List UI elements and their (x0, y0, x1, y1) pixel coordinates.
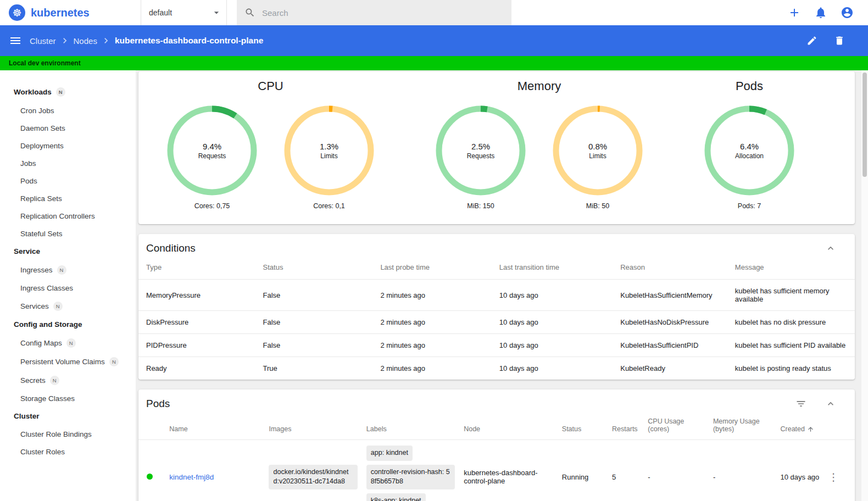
condition-status: True (255, 357, 373, 380)
trash-icon (834, 35, 845, 46)
pod-ready-icon (147, 474, 153, 480)
condition-status: False (255, 280, 373, 311)
condition-message: kubelet is posting ready status (727, 357, 855, 380)
sidebar-item-label: Pods (20, 177, 37, 185)
pods-column-created[interactable]: Created (776, 414, 824, 440)
new-badge: N (109, 357, 119, 366)
donut-value: 2.5% (471, 142, 490, 151)
sidebar-item-secrets[interactable]: SecretsN (0, 371, 136, 389)
content-area: WorkloadsNCron JobsDaemon SetsDeployment… (0, 70, 868, 501)
sidebar-item-ingress-classes[interactable]: Ingress Classes (0, 279, 136, 297)
collapse-conditions-button[interactable] (825, 243, 836, 254)
sidebar-item-cluster-role-bindings[interactable]: Cluster Role Bindings (0, 425, 136, 443)
collapse-pods-button[interactable] (825, 398, 836, 409)
sidebar-item-services[interactable]: ServicesN (0, 297, 136, 315)
pods-column-labels: Labels (362, 414, 459, 440)
pods-column-node: Node (459, 414, 558, 440)
search-bar[interactable] (237, 0, 511, 25)
breadcrumb-nodes[interactable]: Nodes (74, 36, 97, 46)
condition-transition: 10 days ago (492, 357, 613, 380)
pods-column-name: Name (165, 414, 264, 440)
sidebar-item-persistent-volume-claims[interactable]: Persistent Volume ClaimsN (0, 352, 136, 371)
sidebar-item-ingresses[interactable]: IngressesN (0, 260, 136, 279)
donut-chart-memory-limits: 0.8%LimitsMiB: 50 (552, 104, 644, 210)
chart-group-memory: Memory2.5%RequestsMiB: 1500.8%LimitsMiB:… (435, 75, 644, 210)
sidebar-item-stateful-sets[interactable]: Stateful Sets (0, 225, 136, 242)
sidebar-item-label: Ingresses (20, 266, 53, 274)
sidebar-item-replica-sets[interactable]: Replica Sets (0, 190, 136, 207)
sidebar-item-cron-jobs[interactable]: Cron Jobs (0, 102, 136, 119)
donut-center-label: 9.4%Requests (166, 104, 258, 197)
sidebar-item-label: Daemon Sets (20, 124, 65, 132)
filter-button[interactable] (795, 398, 806, 409)
condition-transition: 10 days ago (492, 280, 613, 311)
sidebar-item-deployments[interactable]: Deployments (0, 137, 136, 154)
sidebar-item-label: Replica Sets (20, 194, 62, 203)
sidebar-item-cluster-roles[interactable]: Cluster Roles (0, 443, 136, 460)
pod-image-chip: docker.io/kindest/kindnetd:v20230511-dc7… (269, 465, 357, 489)
donut-metric-label: Requests (467, 152, 495, 160)
condition-type: MemoryPressure (138, 280, 255, 311)
sidebar-section-label: Workloads (14, 88, 52, 96)
sidebar-section-service[interactable]: Service (0, 242, 136, 260)
pods-column-memory-usage-bytes: Memory Usage (bytes) (709, 414, 776, 440)
condition-reason: KubeletHasNoDiskPressure (613, 311, 727, 334)
pods-column-label: Images (269, 425, 291, 433)
pod-status: Running (558, 440, 608, 501)
environment-banner: Local dev environment (0, 56, 868, 70)
sidebar-item-label: Cluster Roles (20, 448, 65, 456)
scrollbar-thumb[interactable] (863, 73, 867, 177)
account-button[interactable] (841, 6, 854, 19)
delete-button[interactable] (834, 35, 845, 46)
menu-button[interactable] (9, 34, 22, 47)
pods-column-label: Memory Usage (bytes) (713, 417, 760, 433)
chart-group-cpu: CPU9.4%RequestsCores: 0,751.3%LimitsCore… (166, 75, 375, 210)
pod-actions-menu-button[interactable]: ⋮ (828, 472, 839, 482)
pod-name-link[interactable]: kindnet-fmj8d (169, 473, 214, 481)
conditions-title: Conditions (146, 242, 196, 254)
sidebar-item-label: Cron Jobs (20, 107, 54, 115)
donut-metric-label: Allocation (735, 152, 764, 160)
condition-row-ready: ReadyTrue2 minutes ago10 days agoKubelet… (138, 357, 855, 380)
conditions-column-last-transition-time: Last transition time (492, 259, 613, 280)
donut-chart-memory-requests: 2.5%RequestsMiB: 150 (435, 104, 527, 210)
search-input[interactable] (262, 8, 504, 18)
pods-card: Pods Na (138, 389, 855, 501)
vertical-scrollbar[interactable] (861, 70, 868, 501)
sidebar-item-storage-classes[interactable]: Storage Classes (0, 389, 136, 407)
conditions-column-last-probe-time: Last probe time (372, 259, 491, 280)
pod-created: 10 days ago (776, 440, 824, 501)
create-resource-button[interactable] (788, 6, 801, 19)
sidebar-item-pods[interactable]: Pods (0, 172, 136, 190)
filter-icon (795, 398, 806, 409)
pods-column-label: CPU Usage (cores) (648, 417, 684, 433)
donut-footer: Cores: 0,75 (166, 202, 258, 210)
sidebar-section-config-and-storage[interactable]: Config and Storage (0, 315, 136, 333)
sidebar-item-label: Replication Controllers (20, 212, 95, 220)
sidebar-item-replication-controllers[interactable]: Replication Controllers (0, 207, 136, 225)
breadcrumb-cluster[interactable]: Cluster (30, 36, 56, 46)
sidebar-item-config-maps[interactable]: Config MapsN (0, 333, 136, 352)
brand[interactable]: ☸ kubernetes (0, 0, 141, 25)
sidebar-section-cluster[interactable]: Cluster (0, 407, 136, 425)
top-actions (788, 0, 868, 25)
donut-footer: MiB: 150 (435, 202, 527, 210)
edit-button[interactable] (806, 35, 817, 46)
donut-value: 6.4% (740, 142, 759, 151)
sidebar-item-jobs[interactable]: Jobs (0, 154, 136, 172)
sidebar-item-daemon-sets[interactable]: Daemon Sets (0, 119, 136, 137)
namespace-value: default (149, 8, 172, 17)
new-badge: N (57, 265, 66, 275)
condition-transition: 10 days ago (492, 311, 613, 334)
condition-status: False (255, 334, 373, 357)
namespace-selector[interactable]: default (141, 0, 227, 25)
condition-probe: 2 minutes ago (372, 280, 491, 311)
sidebar-item-label: Services (20, 302, 49, 310)
sidebar-section-workloads[interactable]: WorkloadsN (0, 82, 136, 102)
pods-column-restarts: Restarts (608, 414, 643, 440)
breadcrumb-bar: Cluster Nodes kubernetes-dashboard-contr… (0, 25, 868, 56)
condition-message: kubelet has no disk pressure (727, 311, 855, 334)
donut-metric-label: Limits (320, 152, 337, 160)
donut-center-label: 6.4%Allocation (703, 104, 795, 197)
notifications-button[interactable] (814, 6, 827, 19)
